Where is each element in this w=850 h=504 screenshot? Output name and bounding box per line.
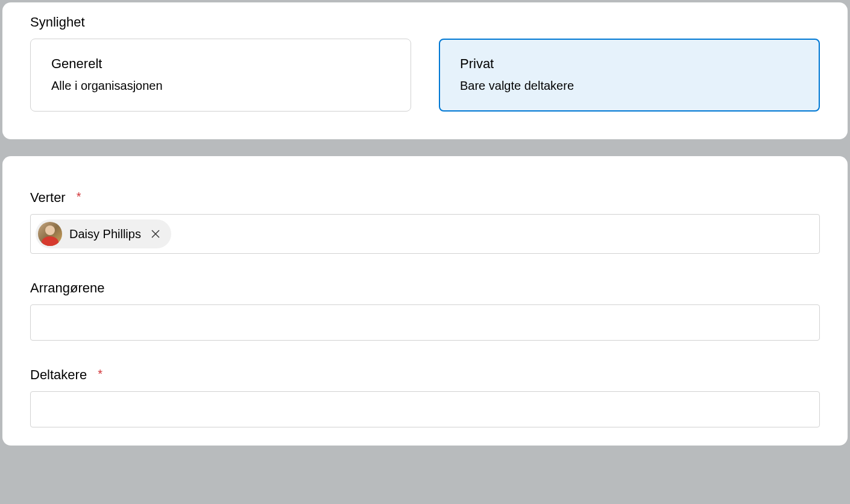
required-indicator: * <box>77 190 81 204</box>
option-general-title: Generelt <box>51 56 390 72</box>
visibility-option-general[interactable]: Generelt Alle i organisasjonen <box>30 39 411 112</box>
organizers-label-text: Arrangørene <box>30 280 105 296</box>
organizers-input[interactable] <box>30 304 820 341</box>
option-general-desc: Alle i organisasjonen <box>51 79 390 93</box>
organizers-label: Arrangørene <box>30 280 820 296</box>
avatar <box>38 222 62 246</box>
participants-input[interactable] <box>30 391 820 427</box>
hosts-label-text: Verter <box>30 190 66 206</box>
people-card: Verter * Daisy Phillips Arra <box>2 156 848 446</box>
hosts-label: Verter * <box>30 190 820 206</box>
visibility-label: Synlighet <box>30 14 820 30</box>
visibility-option-private[interactable]: Privat Bare valgte deltakere <box>439 39 820 112</box>
option-private-title: Privat <box>460 56 799 72</box>
participants-field: Deltakere * <box>30 367 820 427</box>
hosts-field: Verter * Daisy Phillips <box>30 190 820 254</box>
visibility-card: Synlighet Generelt Alle i organisasjonen… <box>2 2 848 139</box>
chip-name: Daisy Phillips <box>69 227 141 241</box>
organizers-field: Arrangørene <box>30 280 820 341</box>
participants-label-text: Deltakere <box>30 367 87 383</box>
participants-label: Deltakere * <box>30 367 820 383</box>
visibility-options: Generelt Alle i organisasjonen Privat Ba… <box>30 39 820 112</box>
remove-chip-button[interactable] <box>148 229 163 239</box>
host-chip: Daisy Phillips <box>36 219 171 248</box>
required-indicator: * <box>98 367 102 381</box>
hosts-input[interactable]: Daisy Phillips <box>30 214 820 254</box>
close-icon <box>151 229 160 239</box>
option-private-desc: Bare valgte deltakere <box>460 79 799 93</box>
